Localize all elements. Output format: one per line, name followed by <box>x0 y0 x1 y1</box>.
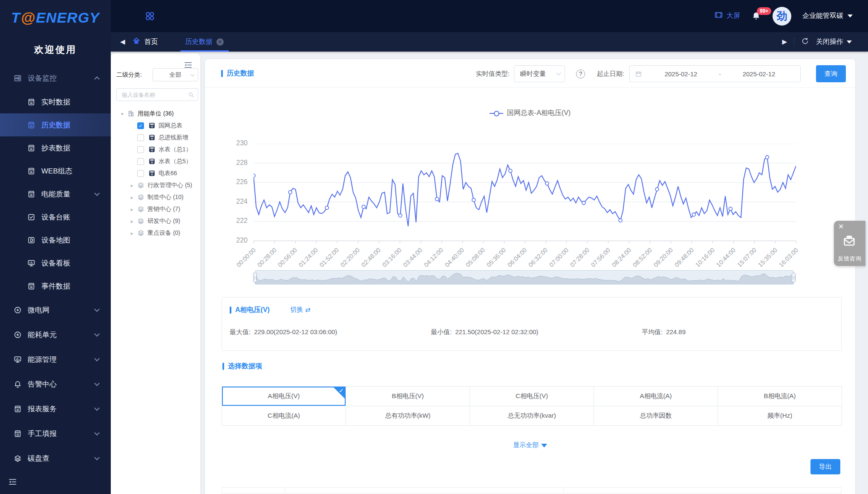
refresh-icon[interactable] <box>801 37 809 47</box>
datazoom-slider[interactable] <box>255 270 794 285</box>
checkbox[interactable]: ✓ <box>137 122 144 129</box>
date-range-picker[interactable]: 2025-02-12 - 2025-02-12 <box>629 65 801 82</box>
tree-node-label: 营销中心 (7) <box>147 205 180 213</box>
notifications-bell[interactable]: 99+ <box>751 11 761 21</box>
welcome-text: 欢迎使用 <box>0 43 111 56</box>
tree-group-node[interactable]: ▸营销中心 (7) <box>111 203 200 215</box>
tree-group-node[interactable]: ▸行政管理中心 (5) <box>111 179 200 191</box>
book-icon <box>26 120 36 130</box>
line-chart[interactable] <box>254 144 796 241</box>
data-item-label: 总无功功率(kvar) <box>508 412 556 420</box>
sidebar-collapse-icon[interactable] <box>8 477 19 488</box>
sidebar-item-label: 碳盘查 <box>28 454 49 463</box>
sidebar-item-设备台账[interactable]: 设备台账 <box>0 205 111 228</box>
data-item-label: C相电流(A) <box>268 412 300 420</box>
home-tab[interactable]: 首页 <box>132 37 158 47</box>
data-item-C相电压(V)[interactable]: C相电压(V) <box>470 386 594 406</box>
device-search-input[interactable] <box>121 91 186 98</box>
checkbox[interactable] <box>137 158 144 165</box>
query-button[interactable]: 查询 <box>816 65 846 82</box>
start-date[interactable]: 2025-02-12 <box>645 70 717 78</box>
tree-group-node[interactable]: ▸制造中心 (10) <box>111 191 200 203</box>
sidebar-item-设备地图[interactable]: 设备地图 <box>0 228 111 251</box>
type-select[interactable]: 瞬时变量 <box>514 65 565 82</box>
tab-label: 历史数据 <box>185 38 213 46</box>
stat-avg: 平均值:224.89 <box>642 328 686 336</box>
category-select[interactable]: 全部 <box>153 68 198 81</box>
tree-device-node[interactable]: ✓国网总表 <box>111 120 200 132</box>
end-date[interactable]: 2025-02-12 <box>723 70 795 78</box>
sidebar-item-事件数据[interactable]: 事件数据 <box>0 274 111 298</box>
meter-icon <box>148 134 156 142</box>
tree-node-label: 总进线新增 <box>159 134 188 142</box>
chart-legend[interactable]: 国网总表-A相电压(V) <box>490 109 571 118</box>
tabs-scroll-left-icon[interactable]: ◀ <box>120 38 125 46</box>
export-button[interactable]: 导出 <box>810 459 840 474</box>
expander-icon[interactable]: ▸ <box>131 219 136 224</box>
data-item-总有功功率(kW)[interactable]: 总有功功率(kW) <box>346 406 470 426</box>
data-item-B相电压(V)[interactable]: B相电压(V) <box>346 386 470 406</box>
sidebar-item-设备看板[interactable]: 设备看板 <box>0 251 111 274</box>
datazoom-handle-right[interactable] <box>792 273 796 282</box>
stats-box: A相电压(V) 切换 ⇄ 最大值:229.00(2025-02-12 03:06… <box>222 297 842 351</box>
apps-grid-icon[interactable] <box>144 10 156 22</box>
org-switcher[interactable]: 企业能管双碳 <box>802 12 853 20</box>
tree-group-node[interactable]: ▸重点设备 (0) <box>111 227 200 239</box>
sidebar-item-告警中心[interactable]: 告警中心 <box>0 372 111 396</box>
data-item-A相电流(A)[interactable]: A相电流(A) <box>594 386 718 406</box>
expander-icon[interactable]: ▸ <box>131 183 136 188</box>
switch-param-link[interactable]: 切换 ⇄ <box>290 306 311 314</box>
sidebar-item-抄表数据[interactable]: 抄表数据 <box>0 136 111 159</box>
data-item-A相电压(V)[interactable]: A相电压(V) <box>222 386 346 406</box>
expander-icon[interactable]: ▸ <box>131 207 136 212</box>
tree-device-node[interactable]: 水表（总5） <box>111 156 200 168</box>
data-item-总无功功率(kvar)[interactable]: 总无功功率(kvar) <box>470 406 594 426</box>
meter-icon <box>148 158 156 165</box>
data-item-B相电流(A)[interactable]: B相电流(A) <box>718 386 842 406</box>
checkbox[interactable] <box>137 134 144 141</box>
topbar-right: 大屏 99+ 劲 企业能管双碳 <box>714 7 868 26</box>
tree-root-node[interactable]: ▾用能单位 (36) <box>111 108 200 120</box>
datazoom-handle-left[interactable] <box>253 273 257 282</box>
close-operations-dropdown[interactable]: 关闭操作 <box>816 38 852 46</box>
data-item-频率(Hz)[interactable]: 频率(Hz) <box>718 406 842 426</box>
data-item-总功率因数[interactable]: 总功率因数 <box>594 406 718 426</box>
book-icon <box>26 281 36 291</box>
sidebar-item-电能质量[interactable]: 电能质量 <box>0 182 111 205</box>
checkbox[interactable] <box>137 146 144 153</box>
expander-icon[interactable]: ▾ <box>121 111 126 117</box>
tab-close-icon[interactable]: ✕ <box>216 38 224 46</box>
brand-logo: T@ENERGY <box>0 0 111 35</box>
avatar[interactable]: 劲 <box>773 7 791 26</box>
help-icon[interactable]: ? <box>576 69 585 78</box>
sidebar-item-WEB组态[interactable]: WEB组态 <box>0 159 111 182</box>
tree-group-node[interactable]: ▸研发中心 (9) <box>111 215 200 227</box>
sidebar-item-设备监控[interactable]: 设备监控 <box>0 66 111 90</box>
checkbox[interactable] <box>137 170 144 177</box>
sidebar-item-实时数据[interactable]: 实时数据 <box>0 90 111 113</box>
expander-icon[interactable]: ▸ <box>131 195 136 200</box>
feedback-float-button[interactable]: ✕ 反馈咨询 <box>834 221 865 266</box>
date-label: 起止日期: <box>597 70 624 78</box>
sidebar-item-历史数据[interactable]: 历史数据 <box>0 113 111 136</box>
bigscreen-button[interactable]: 大屏 <box>714 11 740 21</box>
sidebar-item-手工填报[interactable]: 手工填报 <box>0 421 111 446</box>
sidebar-item-微电网[interactable]: 微电网 <box>0 298 111 322</box>
sidebar-item-碳盘查[interactable]: 碳盘查 <box>0 446 111 471</box>
sidebar-item-能耗单元[interactable]: 能耗单元 <box>0 322 111 347</box>
tab-history-data[interactable]: 历史数据 ✕ <box>183 32 226 52</box>
close-icon[interactable]: ✕ <box>838 222 844 231</box>
data-item-C相电流(A)[interactable]: C相电流(A) <box>222 406 346 426</box>
tree-device-node[interactable]: 总进线新增 <box>111 132 200 144</box>
tabs-scroll-right-icon[interactable]: ▶ <box>782 38 787 46</box>
tree-device-node[interactable]: 水表（总1） <box>111 144 200 156</box>
book-icon <box>26 143 36 153</box>
search-icon <box>188 92 194 98</box>
sidebar-item-能源管理[interactable]: 能源管理 <box>0 347 111 372</box>
show-all-toggle[interactable]: 显示全部 <box>205 441 855 449</box>
sidebar-item-label: 能耗单元 <box>28 330 57 340</box>
expander-icon[interactable]: ▸ <box>131 231 136 236</box>
chevron-down-icon <box>94 430 100 436</box>
sidebar-item-报表服务[interactable]: 报表服务 <box>0 396 111 421</box>
tree-device-node[interactable]: 电表66 <box>111 168 200 179</box>
